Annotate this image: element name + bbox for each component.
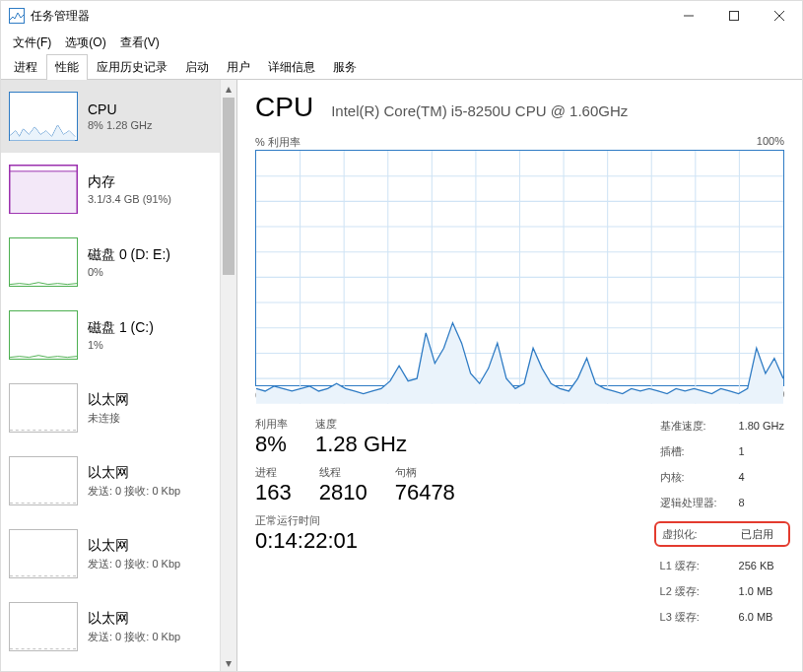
svg-rect-6	[10, 171, 77, 214]
minimize-button[interactable]	[666, 1, 711, 31]
sidebar-item-sub: 未连接	[88, 411, 129, 426]
cpu-model: Intel(R) Core(TM) i5-8250U CPU @ 1.60GHz	[331, 102, 628, 119]
virtualization-highlight: 虚拟化:已启用	[654, 521, 790, 547]
perf-detail: CPU Intel(R) Core(TM) i5-8250U CPU @ 1.6…	[237, 80, 802, 671]
sidebar-item-title: 磁盘 0 (D: E:)	[88, 246, 170, 264]
thread-value: 2810	[319, 480, 368, 505]
sidebar-item-5[interactable]: 以太网发送: 0 接收: 0 Kbp	[1, 444, 220, 517]
spec-base-v: 1.80 GHz	[739, 417, 784, 435]
sidebar-thumb-0	[9, 92, 78, 141]
tab-details[interactable]: 详细信息	[259, 54, 324, 80]
sidebar-thumb-2	[9, 237, 78, 287]
sidebar-item-7[interactable]: 以太网发送: 0 接收: 0 Kbp	[1, 590, 220, 663]
maximize-button[interactable]	[711, 1, 757, 31]
sidebar-thumb-3	[9, 310, 78, 360]
spec-sockets-v: 1	[739, 442, 745, 460]
sidebar-item-0[interactable]: CPU8% 1.28 GHz	[1, 80, 220, 153]
util-value: 8%	[255, 432, 288, 457]
spec-lp-v: 8	[739, 494, 745, 511]
tab-processes[interactable]: 进程	[5, 54, 46, 80]
handle-label: 句柄	[395, 465, 455, 480]
sidebar-item-3[interactable]: 磁盘 1 (C:)1%	[1, 299, 220, 371]
cpu-utilization-chart[interactable]	[255, 150, 784, 386]
sidebar-item-title: 以太网	[88, 537, 180, 555]
svg-marker-5	[10, 125, 75, 141]
content-area: CPU8% 1.28 GHz内存3.1/3.4 GB (91%)磁盘 0 (D:…	[1, 80, 802, 671]
tab-bar: 进程 性能 应用历史记录 启动 用户 详细信息 服务	[1, 54, 802, 80]
sidebar-item-sub: 发送: 0 接收: 0 Kbp	[88, 630, 180, 644]
sidebar-item-sub: 8% 1.28 GHz	[88, 119, 152, 131]
sidebar-thumb-6	[9, 529, 78, 578]
scroll-up-icon[interactable]: ▴	[221, 80, 236, 97]
spec-l2-v: 1.0 MB	[739, 582, 773, 600]
sidebar-item-title: 以太网	[88, 464, 180, 482]
spec-cores-k: 内核:	[660, 468, 731, 486]
detail-title: CPU	[255, 92, 313, 123]
speed-value: 1.28 GHz	[315, 432, 407, 457]
proc-label: 进程	[255, 465, 292, 480]
menu-file[interactable]: 文件(F)	[7, 33, 57, 53]
spec-sockets-k: 插槽:	[660, 442, 731, 460]
util-label: 利用率	[255, 417, 288, 432]
spec-l2-k: L2 缓存:	[660, 582, 731, 600]
sidebar-item-title: 磁盘 1 (C:)	[88, 319, 154, 337]
window-title: 任务管理器	[31, 8, 90, 25]
sidebar-item-sub: 0%	[88, 266, 170, 278]
thread-label: 线程	[319, 465, 368, 480]
handle-value: 76478	[395, 480, 455, 505]
tab-users[interactable]: 用户	[218, 54, 259, 80]
menu-options[interactable]: 选项(O)	[59, 33, 111, 53]
spec-virt-k: 虚拟化:	[662, 525, 733, 543]
spec-lp-k: 逻辑处理器:	[660, 494, 731, 511]
sidebar-thumb-4	[9, 383, 78, 433]
scroll-down-icon[interactable]: ▾	[221, 654, 236, 671]
sidebar-scrollbar[interactable]: ▴ ▾	[220, 80, 236, 671]
tab-performance[interactable]: 性能	[46, 54, 88, 80]
sidebar-item-sub: 发送: 0 接收: 0 Kbp	[88, 484, 180, 499]
speed-label: 速度	[315, 417, 407, 432]
chart-y-label: % 利用率	[255, 135, 301, 150]
svg-rect-2	[730, 12, 739, 21]
tab-startup[interactable]: 启动	[176, 54, 218, 80]
tab-services[interactable]: 服务	[324, 54, 366, 80]
spec-virt-v: 已启用	[741, 525, 773, 543]
menu-bar: 文件(F) 选项(O) 查看(V)	[1, 31, 802, 54]
sidebar-thumb-7	[9, 602, 78, 651]
spec-l1-v: 256 KB	[739, 557, 774, 574]
sidebar-item-title: CPU	[88, 101, 152, 117]
sidebar-item-6[interactable]: 以太网发送: 0 接收: 0 Kbp	[1, 517, 220, 590]
sidebar-item-sub: 1%	[88, 339, 154, 351]
sidebar-item-sub: 3.1/3.4 GB (91%)	[88, 193, 171, 205]
tab-app-history[interactable]: 应用历史记录	[88, 54, 176, 80]
spec-l3-k: L3 缓存:	[660, 608, 731, 626]
spec-base-k: 基准速度:	[660, 417, 731, 435]
cpu-specs: 基准速度:1.80 GHz 插槽:1 内核:4 逻辑处理器:8 虚拟化:已启用 …	[660, 417, 784, 626]
sidebar-item-1[interactable]: 内存3.1/3.4 GB (91%)	[1, 153, 220, 226]
scroll-thumb[interactable]	[223, 98, 234, 275]
spec-l3-v: 6.0 MB	[739, 608, 773, 626]
sidebar-thumb-5	[9, 456, 78, 505]
sidebar-item-title: 以太网	[88, 610, 180, 628]
sidebar-item-sub: 发送: 0 接收: 0 Kbp	[88, 557, 180, 571]
close-button[interactable]	[757, 1, 802, 31]
sidebar-item-title: 以太网	[88, 391, 129, 409]
title-bar: 任务管理器	[1, 1, 802, 31]
proc-value: 163	[255, 480, 292, 505]
spec-cores-v: 4	[739, 468, 745, 486]
uptime-label: 正常运行时间	[255, 513, 631, 528]
sidebar-item-4[interactable]: 以太网未连接	[1, 371, 220, 444]
uptime-value: 0:14:22:01	[255, 528, 631, 554]
menu-view[interactable]: 查看(V)	[114, 33, 166, 53]
perf-sidebar: CPU8% 1.28 GHz内存3.1/3.4 GB (91%)磁盘 0 (D:…	[1, 80, 237, 671]
sidebar-thumb-1	[9, 165, 78, 214]
sidebar-item-title: 内存	[88, 173, 171, 191]
chart-y-max: 100%	[757, 135, 784, 150]
spec-l1-k: L1 缓存:	[660, 557, 731, 574]
sidebar-item-2[interactable]: 磁盘 0 (D: E:)0%	[1, 226, 220, 299]
app-icon	[9, 8, 25, 24]
